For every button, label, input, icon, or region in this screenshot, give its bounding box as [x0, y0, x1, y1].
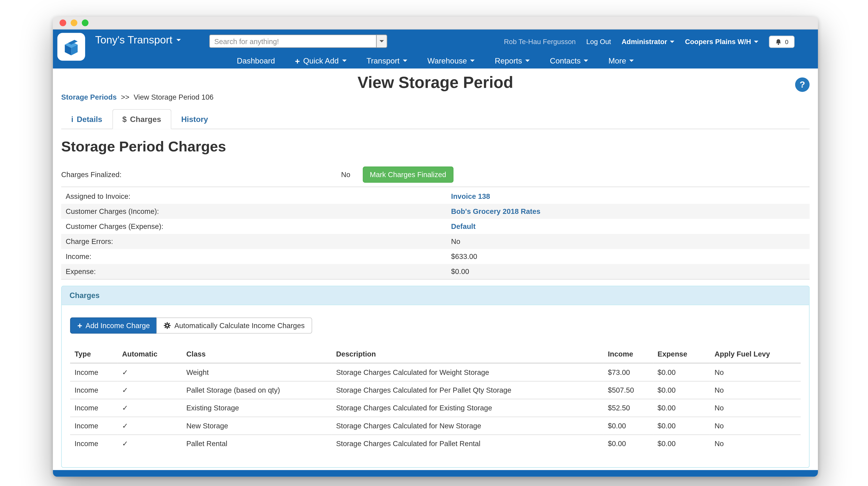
tab-details[interactable]: i Details [61, 109, 112, 129]
charges-panel-title: Charges [62, 286, 809, 305]
cell-description: Storage Charges Calculated for Weight St… [332, 363, 603, 381]
tab-charges[interactable]: $ Charges [112, 109, 171, 129]
col-apply-fuel-levy: Apply Fuel Levy [710, 345, 801, 363]
cell-class: Existing Storage [182, 399, 332, 417]
mark-charges-finalized-button[interactable]: Mark Charges Finalized [363, 166, 454, 182]
cell-class: Weight [182, 363, 332, 381]
user-name: Rob Te-Hau Fergusson [504, 38, 576, 46]
nav-item-more[interactable]: More [609, 56, 634, 65]
cell-income: $0.00 [603, 417, 653, 435]
cell-type: Income [70, 363, 118, 381]
window-zoom-button[interactable] [82, 20, 89, 26]
breadcrumb-link-storage-periods[interactable]: Storage Periods [61, 93, 117, 101]
nav-item-transport[interactable]: Transport [367, 56, 407, 65]
charges-finalized-value-group: No Mark Charges Finalized [341, 166, 454, 182]
col-description: Description [332, 345, 603, 363]
cell-class: Pallet Storage (based on qty) [182, 381, 332, 399]
page-header: View Storage Period ? [61, 74, 810, 92]
nav-item-warehouse[interactable]: Warehouse [427, 56, 475, 65]
cell-type: Income [70, 435, 118, 452]
plus-icon: + [78, 321, 82, 330]
charges-actions: + Add Income Charge [70, 317, 801, 334]
brand-label: Tony's Transport [95, 34, 172, 46]
notifications-button[interactable]: 0 [769, 36, 795, 48]
charges-table: Type Automatic Class Description Income … [70, 345, 801, 452]
charge-row[interactable]: Income ✓ Pallet Storage (based on qty) S… [70, 381, 801, 399]
nav-item-contacts[interactable]: Contacts [550, 56, 588, 65]
caret-down-icon [525, 59, 530, 62]
charge-row[interactable]: Income ✓ Weight Storage Charges Calculat… [70, 363, 801, 381]
role-menu[interactable]: Administrator [622, 38, 674, 46]
brand-menu[interactable]: Tony's Transport [95, 34, 181, 46]
detail-row-income-rates: Customer Charges (Income): Bob's Grocery… [61, 204, 810, 219]
cell-type: Income [70, 399, 118, 417]
cell-expense: $0.00 [653, 417, 710, 435]
navbar-right: Rob Te-Hau Fergusson Log Out Administrat… [504, 29, 795, 54]
expense-rates-link[interactable]: Default [451, 222, 476, 231]
invoice-link[interactable]: Invoice 138 [451, 192, 490, 200]
search-dropdown-button[interactable] [376, 34, 387, 48]
cell-description: Storage Charges Calculated for New Stora… [332, 417, 603, 435]
nav-item-reports[interactable]: Reports [495, 56, 530, 65]
detail-label: Assigned to Invoice: [61, 189, 446, 204]
dollar-icon: $ [122, 115, 127, 124]
tab-bar: i Details $ Charges History [61, 109, 810, 129]
cell-fuel-levy: No [710, 417, 801, 435]
plus-icon: + [295, 57, 300, 65]
cell-fuel-levy: No [710, 381, 801, 399]
cell-description: Storage Charges Calculated for Per Palle… [332, 381, 603, 399]
charge-errors-value: No [451, 237, 460, 246]
check-icon: ✓ [122, 386, 128, 394]
charges-finalized-label: Charges Finalized: [61, 170, 121, 178]
cell-type: Income [70, 381, 118, 399]
window-minimize-button[interactable] [71, 20, 78, 26]
caret-down-icon [754, 41, 758, 43]
window-close-button[interactable] [59, 20, 66, 26]
cell-description: Storage Charges Calculated for Pallet Re… [332, 435, 603, 452]
detail-row-expense: Expense: $0.00 [61, 264, 810, 279]
charges-finalized-row: Charges Finalized: No Mark Charges Final… [61, 162, 810, 187]
cell-fuel-levy: No [710, 435, 801, 452]
col-type: Type [70, 345, 118, 363]
footer-bar [53, 470, 818, 477]
main-menu: Dashboard + Quick Add Transport Warehous… [53, 56, 818, 65]
nav-item-quick-add[interactable]: + Quick Add [295, 56, 347, 65]
auto-calculate-income-charges-button[interactable]: Automatically Calculate Income Charges [156, 317, 312, 334]
detail-row-expense-rates: Customer Charges (Expense): Default [61, 219, 810, 234]
charges-table-header: Type Automatic Class Description Income … [70, 345, 801, 363]
income-rates-link[interactable]: Bob's Grocery 2018 Rates [451, 207, 540, 216]
detail-label: Income: [61, 249, 446, 264]
charge-row[interactable]: Income ✓ New Storage Storage Charges Cal… [70, 417, 801, 435]
help-button[interactable]: ? [795, 78, 810, 92]
expense-value: $0.00 [451, 267, 469, 276]
warehouse-menu[interactable]: Coopers Plains W/H [685, 38, 758, 46]
logout-link[interactable]: Log Out [586, 38, 611, 46]
notifications-count: 0 [785, 38, 788, 45]
detail-label: Charge Errors: [61, 234, 446, 249]
search-box [209, 34, 387, 48]
info-icon: i [71, 115, 73, 124]
page-title: View Storage Period [61, 74, 810, 92]
bell-icon [775, 38, 782, 46]
nav-item-dashboard[interactable]: Dashboard [237, 56, 275, 65]
income-value: $633.00 [451, 252, 477, 261]
cell-class: New Storage [182, 417, 332, 435]
cell-class: Pallet Rental [182, 435, 332, 452]
breadcrumb-current: View Storage Period 106 [133, 93, 213, 101]
check-icon: ✓ [122, 439, 128, 448]
charges-panel-body: + Add Income Charge [62, 305, 809, 467]
detail-label: Customer Charges (Expense): [61, 219, 446, 234]
search-input[interactable] [209, 34, 376, 48]
detail-label: Customer Charges (Income): [61, 204, 446, 219]
caret-down-icon [470, 59, 475, 62]
cell-expense: $0.00 [653, 363, 710, 381]
col-expense: Expense [653, 345, 710, 363]
charge-row[interactable]: Income ✓ Existing Storage Storage Charge… [70, 399, 801, 417]
charges-panel: Charges + Add Income Charge [61, 286, 810, 468]
page: Tony's Transport Rob Te-Hau Fergusson Lo… [0, 0, 868, 486]
caret-down-icon [629, 59, 634, 62]
charge-row[interactable]: Income ✓ Pallet Rental Storage Charges C… [70, 435, 801, 452]
tab-history[interactable]: History [171, 109, 218, 129]
add-income-charge-button[interactable]: + Add Income Charge [70, 317, 157, 334]
cell-expense: $0.00 [653, 381, 710, 399]
